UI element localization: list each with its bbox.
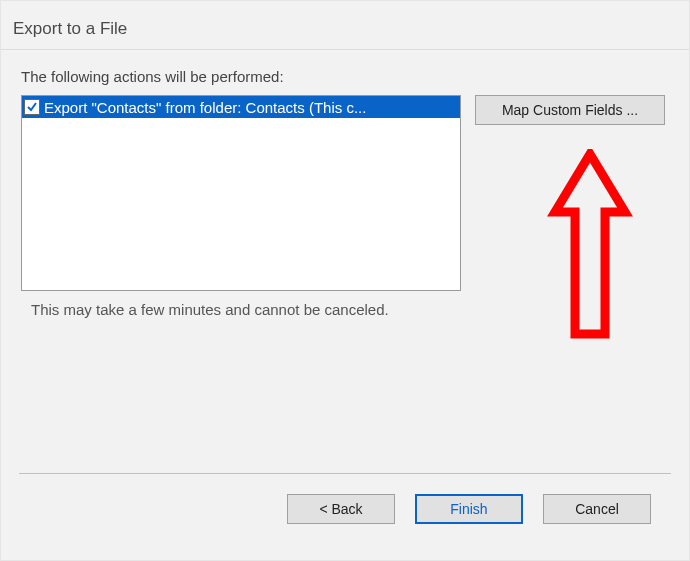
actions-listbox[interactable]: Export "Contacts" from folder: Contacts … [21,95,461,291]
action-item-label: Export "Contacts" from folder: Contacts … [44,99,366,116]
cancel-button[interactable]: Cancel [543,494,651,524]
back-button[interactable]: < Back [287,494,395,524]
actions-row: Export "Contacts" from folder: Contacts … [21,95,669,291]
warning-text: This may take a few minutes and cannot b… [31,301,669,318]
action-checkbox[interactable] [24,99,40,115]
checkmark-icon [27,102,37,112]
instruction-text: The following actions will be performed: [21,68,669,85]
dialog-title: Export to a File [1,1,689,50]
dialog-footer: < Back Finish Cancel [19,473,671,560]
action-item[interactable]: Export "Contacts" from folder: Contacts … [22,96,460,118]
export-wizard-dialog: Export to a File The following actions w… [0,0,690,561]
dialog-content: The following actions will be performed:… [1,50,689,318]
map-custom-fields-button[interactable]: Map Custom Fields ... [475,95,665,125]
finish-button[interactable]: Finish [415,494,523,524]
